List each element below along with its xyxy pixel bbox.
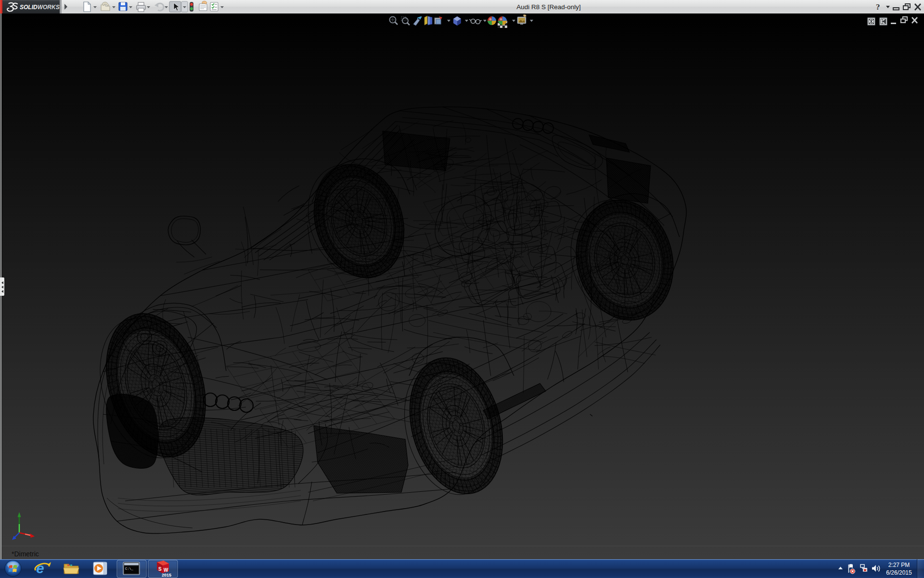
- svg-text:e: e: [36, 560, 44, 576]
- svg-text:S: S: [158, 566, 162, 572]
- svg-text:C:\_: C:\_: [125, 567, 134, 571]
- svg-text:?: ?: [876, 2, 880, 12]
- svg-text:W: W: [164, 567, 168, 573]
- svg-text:2015: 2015: [162, 573, 171, 578]
